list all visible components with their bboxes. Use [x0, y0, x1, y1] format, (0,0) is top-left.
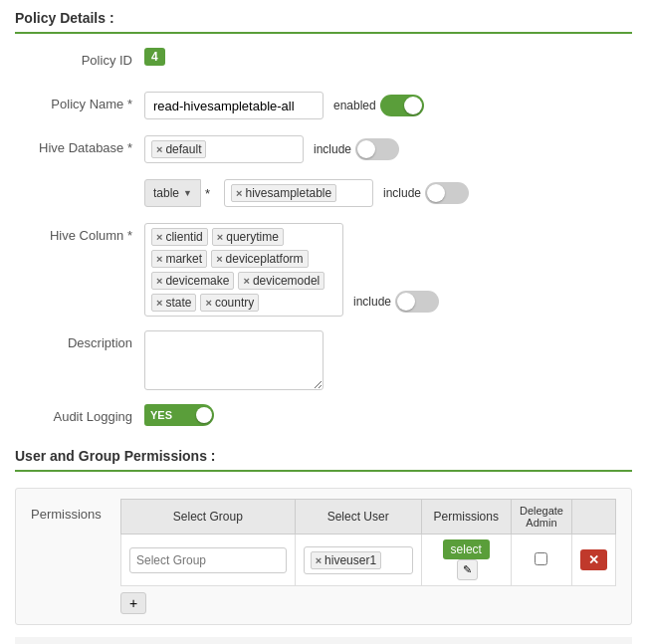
delete-cell: ✕	[571, 535, 615, 586]
permissions-cell: select ✎	[421, 535, 511, 586]
hive-table-row: table ▼ * × hivesampletable include	[15, 179, 632, 209]
table-dropdown: table ▼ *	[144, 179, 214, 207]
hive-column-include-toggle[interactable]	[395, 291, 439, 313]
description-input[interactable]	[144, 330, 324, 390]
hive-column-tag-deviceplatform: × deviceplatform	[211, 250, 308, 268]
hive-column-label: Hive Column *	[15, 223, 144, 243]
hive-db-include-toggle-wrap: include	[314, 138, 399, 160]
hive-column-tag-state: × state	[151, 294, 196, 312]
hive-column-include-label: include	[353, 295, 391, 309]
description-wrap	[144, 330, 632, 390]
add-row-button[interactable]: +	[120, 592, 146, 614]
hive-table-wrap: table ▼ * × hivesampletable include	[144, 179, 632, 207]
col-select-user: Select User	[295, 500, 421, 535]
audit-logging-wrap: YES	[144, 404, 632, 426]
hive-column-include-toggle-knob	[397, 293, 415, 311]
hive-column-tag-querytime: × querytime	[212, 228, 284, 246]
policy-id-wrap: 4	[144, 48, 632, 66]
select-permissions-button[interactable]: select	[443, 539, 490, 559]
select-user-input-box[interactable]: × hiveuser1	[304, 546, 413, 574]
hive-db-include-toggle[interactable]	[355, 138, 399, 160]
enabled-label: enabled	[333, 99, 376, 112]
hive-table-include-toggle-knob	[427, 184, 445, 202]
policy-name-label: Policy Name *	[15, 92, 144, 111]
col-actions	[571, 500, 615, 535]
hive-table-include-toggle[interactable]	[425, 182, 469, 204]
page-container: Policy Details : Policy ID 4 Policy Name…	[0, 0, 647, 644]
hive-column-tag-devicemake: × devicemake	[151, 272, 234, 290]
user-tag-hiveuser1: × hiveuser1	[311, 551, 381, 569]
policy-name-input[interactable]	[144, 92, 324, 119]
permissions-label: Permissions	[31, 499, 110, 522]
dropdown-caret-icon: ▼	[183, 188, 192, 198]
enabled-toggle[interactable]	[380, 95, 424, 116]
hive-column-tag-devicemodel: × devicemodel	[238, 272, 324, 290]
description-label: Description	[15, 330, 144, 350]
permissions-table: Select Group Select User Permissions Del…	[120, 499, 616, 586]
hive-column-row: Hive Column * × clientid × querytime × m…	[15, 223, 632, 317]
policy-section-title: Policy Details :	[15, 10, 632, 34]
hive-db-tag: × default	[151, 140, 206, 158]
hive-table-input-box[interactable]: × hivesampletable	[224, 179, 373, 207]
hive-db-tag-remove[interactable]: ×	[156, 143, 162, 155]
hive-db-label: Hive Database *	[15, 135, 144, 155]
permissions-section-title: User and Group Permissions :	[15, 448, 632, 472]
table-row: × hiveuser1 select ✎	[121, 535, 616, 586]
hive-table-include-toggle-wrap: include	[383, 182, 469, 204]
delegate-admin-cell	[511, 535, 571, 586]
enabled-toggle-wrap: enabled	[333, 95, 424, 116]
policy-id-row: Policy ID 4	[15, 48, 632, 78]
select-user-cell: × hiveuser1	[295, 535, 421, 586]
hive-db-include-label: include	[314, 142, 351, 156]
table-dropdown-btn[interactable]: table ▼	[144, 179, 201, 207]
description-row: Description	[15, 330, 632, 390]
user-tag-remove[interactable]: ×	[316, 554, 322, 566]
delegate-admin-checkbox[interactable]	[535, 552, 547, 565]
col-permissions: Permissions	[421, 500, 511, 535]
hive-table-include-label: include	[383, 186, 421, 200]
hive-db-row: Hive Database * × default include	[15, 135, 632, 165]
audit-logging-label: Audit Logging	[15, 404, 144, 424]
select-group-input[interactable]	[129, 547, 287, 573]
hive-table-tag: × hivesampletable	[231, 184, 336, 202]
hive-column-tag-country: × country	[200, 294, 259, 312]
policy-name-wrap: enabled	[144, 92, 632, 119]
hive-table-tag-remove[interactable]: ×	[236, 187, 242, 199]
audit-toggle[interactable]	[178, 404, 214, 426]
audit-logging-row: Audit Logging YES	[15, 404, 632, 434]
permissions-section: Permissions Select Group Select User Per…	[15, 488, 632, 625]
col-select-group: Select Group	[121, 500, 296, 535]
delete-row-button[interactable]: ✕	[580, 549, 607, 570]
hive-column-tag-market: × market	[151, 250, 207, 268]
edit-permissions-button[interactable]: ✎	[457, 559, 478, 580]
hive-column-tag-clientid: × clientid	[151, 228, 208, 246]
table-asterisk: *	[201, 186, 214, 201]
policy-name-row: Policy Name * enabled	[15, 92, 632, 121]
audit-toggle-wrap: YES	[144, 404, 214, 426]
audit-toggle-knob	[196, 407, 212, 423]
hive-table-label	[15, 179, 144, 184]
hive-db-input-box[interactable]: × default	[144, 135, 304, 163]
hive-column-include-toggle-wrap: include	[353, 291, 439, 313]
select-group-cell	[121, 535, 296, 586]
action-buttons-bar: Save Cancel Delete	[15, 637, 632, 644]
policy-id-label: Policy ID	[15, 48, 144, 68]
policy-id-badge: 4	[144, 48, 165, 66]
hive-db-include-toggle-knob	[357, 140, 375, 158]
hive-db-wrap: × default include	[144, 135, 632, 163]
hive-column-wrap: × clientid × querytime × market × device…	[144, 223, 632, 317]
audit-yes-label: YES	[144, 404, 178, 426]
enabled-toggle-knob	[404, 97, 422, 114]
hive-column-input-box[interactable]: × clientid × querytime × market × device…	[144, 223, 343, 317]
col-delegate-admin: DelegateAdmin	[511, 500, 571, 535]
